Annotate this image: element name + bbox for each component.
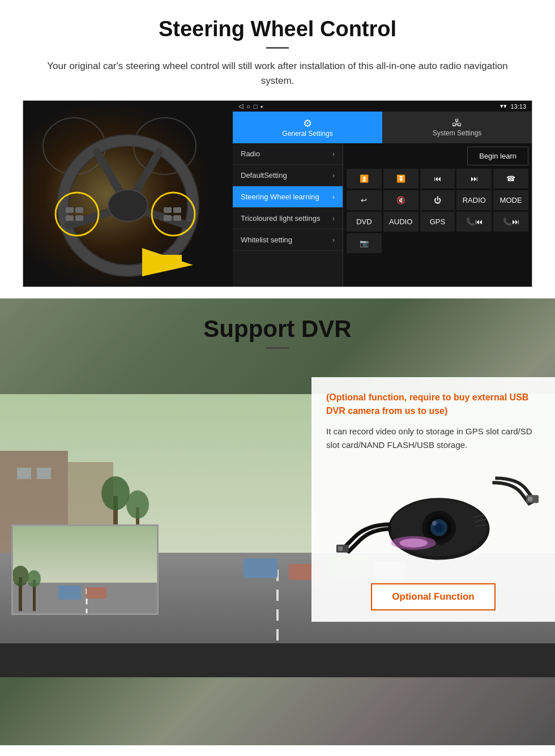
android-tabs: ⚙ General Settings 🖧 System Settings <box>233 112 532 143</box>
begin-learn-row: Begin learn <box>347 147 528 165</box>
svg-rect-19 <box>173 215 181 221</box>
svg-point-56 <box>432 521 437 526</box>
svg-point-61 <box>399 539 428 548</box>
svg-rect-41 <box>58 586 81 600</box>
vol-up-btn[interactable]: ⏫ <box>347 169 382 189</box>
svg-point-32 <box>126 490 149 519</box>
chevron-icon: › <box>332 215 335 223</box>
svg-rect-13 <box>75 207 83 213</box>
next-btn[interactable]: ⏭ <box>456 169 492 189</box>
menu-item-tricoloured[interactable]: Tricoloured light settings › <box>233 208 343 229</box>
prev-btn[interactable]: ⏮ <box>420 169 455 189</box>
svg-point-30 <box>101 476 130 510</box>
svg-rect-15 <box>75 215 83 221</box>
svg-rect-63 <box>338 546 343 551</box>
menu-item-steering[interactable]: Steering Wheel learning › <box>233 186 343 208</box>
audio-btn[interactable]: AUDIO <box>383 212 419 232</box>
svg-rect-17 <box>173 207 181 213</box>
demo-container: ◁ ○ □ ▪ ▾▾ 13:13 ⚙ General Settings 🖧 Sy… <box>23 100 532 287</box>
nav-back-icon: ◁ <box>238 102 243 110</box>
time-display: 13:13 <box>510 103 526 110</box>
steering-subtitle: Your original car's steering wheel contr… <box>45 59 510 88</box>
system-icon: 🖧 <box>385 117 529 129</box>
power-btn[interactable]: ⏻ <box>420 190 455 210</box>
svg-rect-21 <box>142 255 182 264</box>
tab-general-settings[interactable]: ⚙ General Settings <box>233 112 382 143</box>
android-ui-panel: ◁ ○ □ ▪ ▾▾ 13:13 ⚙ General Settings 🖧 Sy… <box>233 101 532 287</box>
chevron-icon: › <box>332 236 335 244</box>
content-panel: Begin learn ⏫ ⏬ ⏮ ⏭ ☎ ↩ 🔇 ⏻ RADIO MODE <box>343 143 532 287</box>
dvr-divider <box>266 347 289 349</box>
mode-btn[interactable]: MODE <box>493 190 528 210</box>
svg-rect-26 <box>17 468 31 479</box>
dvr-preview-inset <box>11 524 159 615</box>
svg-rect-14 <box>66 215 74 221</box>
svg-point-47 <box>27 570 41 587</box>
dvr-scene: (Optional function, require to buy exter… <box>0 360 555 745</box>
tab-general-label: General Settings <box>282 130 332 138</box>
chevron-icon: › <box>332 172 335 180</box>
tab-system-settings[interactable]: 🖧 System Settings <box>382 112 532 143</box>
gear-icon: ⚙ <box>236 117 379 130</box>
dvr-description: It can record video only to storage in G… <box>326 425 540 452</box>
menu-tricoloured-label: Tricoloured light settings <box>241 214 320 223</box>
dvr-content: Support DVR <box>0 298 555 745</box>
menu-item-radio[interactable]: Radio › <box>233 143 343 165</box>
svg-rect-27 <box>37 468 51 479</box>
begin-learn-button[interactable]: Begin learn <box>467 147 528 165</box>
gps-btn[interactable]: GPS <box>420 212 455 232</box>
steering-wheel-image <box>23 101 233 287</box>
svg-rect-37 <box>0 643 555 677</box>
dvr-btn[interactable]: 📷 <box>347 233 382 253</box>
chevron-icon: › <box>332 150 335 158</box>
svg-rect-42 <box>87 587 106 599</box>
radio-btn[interactable]: RADIO <box>456 190 492 210</box>
android-body: Radio › DefaultSetting › Steering Wheel … <box>233 143 532 287</box>
nav-home-icon: ○ <box>246 103 250 110</box>
svg-rect-16 <box>164 207 172 213</box>
dvr-title: Support DVR <box>0 315 555 343</box>
chevron-icon: › <box>332 193 335 201</box>
steering-title: Steering Wheel Control <box>23 17 532 41</box>
call-prev-btn[interactable]: 📞⏮ <box>456 212 492 232</box>
svg-point-9 <box>108 190 148 221</box>
back-btn[interactable]: ↩ <box>347 190 382 210</box>
menu-whitelist-label: Whitelist setting <box>241 236 292 244</box>
menu-item-whitelist[interactable]: Whitelist setting › <box>233 229 343 251</box>
nav-record-icon: ▪ <box>261 103 263 110</box>
menu-list: Radio › DefaultSetting › Steering Wheel … <box>233 143 343 287</box>
svg-rect-49 <box>528 497 532 501</box>
dvd-btn[interactable]: DVD <box>347 212 382 232</box>
steering-divider <box>266 47 289 49</box>
svg-rect-18 <box>164 215 172 221</box>
dvr-optional-text: (Optional function, require to buy exter… <box>326 391 540 418</box>
optional-function-button[interactable]: Optional Function <box>371 583 496 610</box>
menu-radio-label: Radio <box>241 150 260 158</box>
svg-rect-12 <box>66 207 74 213</box>
menu-steering-label: Steering Wheel learning <box>241 193 319 201</box>
call-next-btn[interactable]: 📞⏭ <box>493 212 528 232</box>
tab-system-label: System Settings <box>433 129 482 137</box>
vol-down-btn[interactable]: ⏬ <box>383 169 419 189</box>
svg-rect-43 <box>109 585 135 601</box>
dvr-camera-illustration <box>326 461 540 574</box>
menu-default-label: DefaultSetting <box>241 171 287 180</box>
mute-btn[interactable]: 🔇 <box>383 190 419 210</box>
call-btn[interactable]: ☎ <box>493 169 528 189</box>
steering-section: Steering Wheel Control Your original car… <box>0 0 555 298</box>
menu-item-defaultsetting[interactable]: DefaultSetting › <box>233 165 343 186</box>
nav-square-icon: □ <box>254 103 258 110</box>
svg-rect-33 <box>244 558 278 578</box>
control-grid: ⏫ ⏬ ⏮ ⏭ ☎ ↩ 🔇 ⏻ RADIO MODE DVD AUDIO GPS… <box>347 169 528 253</box>
android-statusbar: ◁ ○ □ ▪ ▾▾ 13:13 <box>233 101 532 112</box>
dvr-section: Support DVR <box>0 298 555 745</box>
dvr-info-box: (Optional function, require to buy exter… <box>311 377 555 622</box>
signal-icon: ▾▾ <box>500 102 507 110</box>
